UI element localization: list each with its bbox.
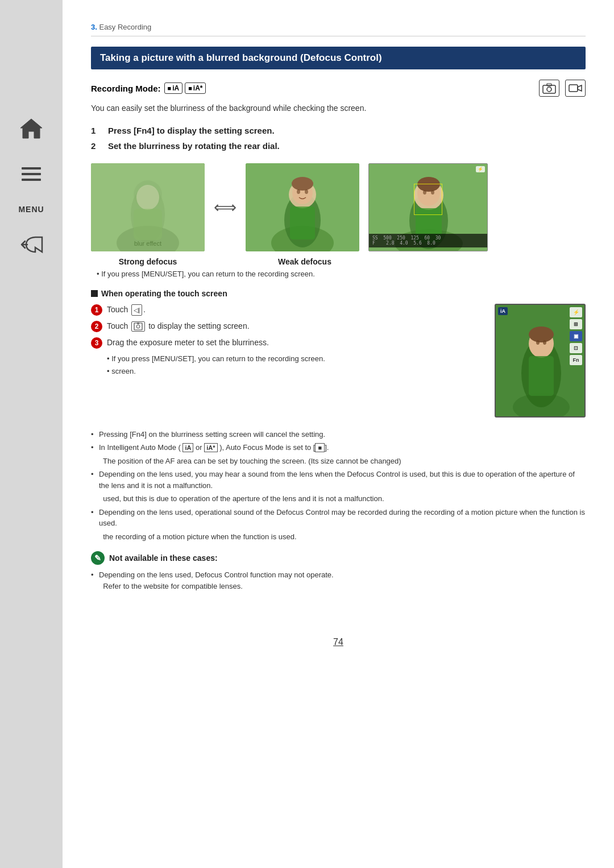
- screen-corner-icons: ⚡: [476, 166, 485, 172]
- touch-screen-section: When operating the touch screen 1 Touch …: [91, 289, 586, 418]
- screen-preview-box: iA ⚡ ⊞ ▣ ⊡ Fn: [495, 304, 586, 418]
- touch-step-1-number: 1: [91, 304, 102, 316]
- screen-overlay-icons: ⚡ ⊞ ▣ ⊡ Fn: [570, 307, 582, 365]
- ss-f-overlay: SS 500 250 125 60 30 F 2.8 4.0 5.6 8.0: [369, 234, 487, 247]
- step-1-number: 1: [91, 125, 102, 137]
- recording-mode-text: Recording Mode:: [91, 84, 161, 93]
- menu-label[interactable]: MENU: [18, 205, 44, 214]
- note-4: Depending on the lens used, operational …: [91, 507, 586, 529]
- svg-point-21: [292, 177, 313, 191]
- note-2b: The position of the AF area can be set b…: [91, 456, 586, 467]
- touch-step-2: 2 Touch to display the setting screen.: [91, 320, 483, 332]
- screen-icon-5: Fn: [570, 355, 582, 365]
- step-2-text: Set the blurriness by rotating the rear …: [108, 140, 280, 152]
- not-available-section: ✎ Not available in these cases: Dependin…: [91, 551, 586, 592]
- step-2: 2 Set the blurriness by rotating the rea…: [91, 140, 586, 152]
- mode-icons: ■iA ■iA*: [164, 82, 206, 94]
- breadcrumb: 3. Easy Recording: [91, 23, 586, 36]
- touch-step-3-wrapper: 3 Drag the exposure meter to set the blu…: [91, 337, 483, 377]
- page-title: Taking a picture with a blurred backgrou…: [91, 47, 586, 69]
- camera-screen-image: SS 500 250 125 60 30 F 2.8 4.0 5.6 8.0 ⚡: [368, 163, 488, 251]
- strong-defocus-label: Strong defocus: [91, 257, 205, 266]
- step-1-text: Press [Fn4] to display the setting scree…: [108, 125, 275, 137]
- svg-point-40: [529, 326, 554, 342]
- touch-section-header: When operating the touch screen: [91, 289, 586, 298]
- mode-ia-icon: ■iA: [164, 82, 183, 94]
- step-2-number: 2: [91, 140, 102, 152]
- touch-step-2-text: Touch to display the setting screen.: [107, 320, 250, 332]
- note-4b: the recording of a motion picture when t…: [91, 531, 586, 543]
- svg-point-43: [543, 340, 546, 345]
- svg-point-22: [297, 189, 300, 194]
- touch-step-3-sub: If you press [MENU/SET], you can return …: [91, 353, 483, 365]
- camera-screen-group: SS 500 250 125 60 30 F 2.8 4.0 5.6 8.0 ⚡: [368, 163, 488, 251]
- svg-point-42: [536, 340, 540, 345]
- note-3b: used, but this is due to operation of th…: [91, 493, 586, 505]
- touch-content-row: 1 Touch ◁|. 2 Touch: [91, 304, 586, 418]
- notes-section: Pressing [Fn4] on the blurriness setting…: [91, 429, 586, 543]
- camera-icon: [539, 80, 559, 97]
- weak-defocus-group: [246, 163, 359, 251]
- touch-steps-col: 1 Touch ◁|. 2 Touch: [91, 304, 483, 377]
- svg-rect-13: [134, 209, 162, 240]
- focus-box: [414, 184, 442, 215]
- note-2: In Intelligent Auto Mode ( iA or iA* ), …: [91, 442, 586, 453]
- screen-icon-4: ⊡: [570, 343, 582, 353]
- page-number: 74: [91, 637, 586, 647]
- svg-point-34: [136, 325, 140, 328]
- touch-step-3-sub2: screen.: [91, 366, 483, 377]
- touch-step-2-number: 2: [91, 321, 102, 332]
- svg-rect-6: [569, 85, 578, 92]
- screen-mode-indicator: ⚡: [476, 166, 485, 172]
- back-icon[interactable]: [16, 230, 46, 259]
- description-text: You can easily set the blurriness of the…: [91, 102, 586, 114]
- not-available-title: Not available in these cases:: [109, 553, 218, 563]
- svg-rect-0: [22, 167, 41, 170]
- step-1: 1 Press [Fn4] to display the setting scr…: [91, 125, 586, 137]
- not-available-note-1: Depending on the lens used, Defocus Cont…: [91, 569, 586, 581]
- info-circle-icon: ✎: [91, 551, 105, 565]
- video-icon: [565, 80, 586, 97]
- recording-mode-row: Recording Mode: ■iA ■iA*: [91, 80, 586, 97]
- touch-step-3-number: 3: [91, 337, 102, 349]
- svg-rect-2: [22, 179, 41, 181]
- not-available-header: ✎ Not available in these cases:: [91, 551, 586, 565]
- home-icon[interactable]: [16, 114, 46, 143]
- recording-mode-label: Recording Mode: ■iA ■iA*: [91, 82, 206, 94]
- menu-set-note: If you press [MENU/SET], you can return …: [97, 268, 586, 280]
- black-square-icon: [91, 290, 98, 297]
- mode-ia-star-icon: ■iA*: [185, 82, 206, 94]
- arrow-symbol: ⟺: [214, 198, 237, 217]
- breadcrumb-text: Easy Recording: [97, 23, 151, 31]
- touch-icon-2: [131, 321, 145, 332]
- svg-point-23: [305, 189, 308, 194]
- strong-defocus-image: blur effect: [91, 163, 205, 251]
- touch-step-3: 3 Drag the exposure meter to set the blu…: [91, 337, 483, 349]
- main-content: 3. Easy Recording Taking a picture with …: [63, 0, 614, 868]
- strong-defocus-group: blur effect: [91, 163, 205, 251]
- svg-text:blur effect: blur effect: [134, 240, 161, 247]
- defocus-images-row: blur effect ⟺: [91, 163, 586, 251]
- breadcrumb-number: 3.: [91, 23, 97, 31]
- touch-step-1: 1 Touch ◁|.: [91, 304, 483, 316]
- screen-icon-1: ⚡: [570, 307, 582, 317]
- steps: 1 Press [Fn4] to display the setting scr…: [91, 125, 586, 152]
- note-1: Pressing [Fn4] on the blurriness setting…: [91, 429, 586, 440]
- touch-screen-preview: iA ⚡ ⊞ ▣ ⊡ Fn: [495, 304, 586, 418]
- svg-rect-35: [137, 323, 139, 324]
- list-icon[interactable]: [16, 159, 46, 189]
- svg-point-12: [136, 185, 159, 210]
- svg-rect-1: [22, 173, 41, 175]
- touch-step-1-text: Touch ◁|.: [107, 304, 146, 316]
- screen-icon-3: ▣: [570, 331, 582, 341]
- not-available-note-2: Refer to the website for compatible lens…: [91, 581, 586, 592]
- image-labels-row: Strong defocus Weak defocus: [91, 257, 586, 266]
- note-3: Depending on the lens used, you may hear…: [91, 469, 586, 491]
- screen-icon-2: ⊞: [570, 319, 582, 329]
- touch-step-3-text: Drag the exposure meter to set the blurr…: [107, 337, 269, 349]
- svg-rect-19: [290, 206, 315, 239]
- touch-section-title: When operating the touch screen: [101, 289, 227, 298]
- svg-rect-33: [134, 323, 142, 330]
- weak-defocus-image: [246, 163, 359, 251]
- svg-rect-41: [529, 356, 554, 396]
